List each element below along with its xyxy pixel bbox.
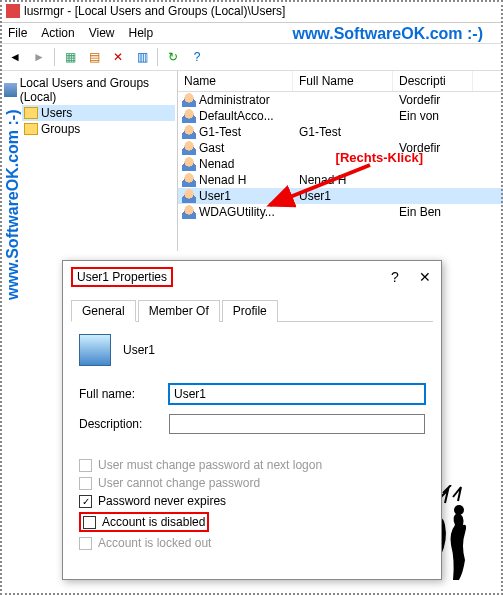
tab-general[interactable]: General (71, 300, 136, 322)
close-icon[interactable]: ✕ (417, 269, 433, 285)
description-label: Description: (79, 417, 169, 431)
menu-help[interactable]: Help (129, 26, 154, 40)
toolbar-btn-2[interactable]: ▤ (83, 47, 105, 67)
user-icon (182, 141, 196, 155)
list-header[interactable]: Name Full Name Descripti (178, 71, 503, 92)
back-button[interactable]: ◄ (4, 47, 26, 67)
toolbar-btn-1[interactable]: ▦ (59, 47, 81, 67)
fullname-row: Full name: (79, 384, 425, 404)
dialog-body: User1 Full name: Description: User must … (63, 322, 441, 566)
user-icon (182, 205, 196, 219)
description-row: Description: (79, 414, 425, 434)
user-icon (182, 93, 196, 107)
watermark-top: www.SoftwareOK.com :-) (292, 25, 483, 43)
main-split: Local Users and Groups (Local) Users Gro… (0, 71, 503, 251)
tabs: General Member Of Profile (71, 299, 433, 322)
chk-cannot-row: User cannot change password (79, 476, 425, 490)
annotation-rechts-klick: [Rechts-Klick] (336, 150, 423, 165)
description-field[interactable] (169, 414, 425, 434)
user-icon (182, 125, 196, 139)
chk-mustchange (79, 459, 92, 472)
col-description[interactable]: Descripti (393, 71, 473, 91)
username-label: User1 (123, 343, 155, 357)
table-row[interactable]: User1User1 (178, 188, 503, 204)
chk-locked-row: Account is locked out (79, 536, 425, 550)
dialog-title: User1 Properties (71, 267, 173, 287)
window-titlebar: lusrmgr - [Local Users and Groups (Local… (0, 0, 503, 23)
window-title: lusrmgr - [Local Users and Groups (Local… (24, 4, 285, 18)
tree-root[interactable]: Local Users and Groups (Local) (2, 75, 175, 105)
folder-icon (24, 107, 38, 119)
table-row[interactable]: DefaultAcco...Ein von (178, 108, 503, 124)
menubar: File Action View Help www.SoftwareOK.com… (0, 23, 503, 44)
help-button[interactable]: ? (186, 47, 208, 67)
user-icon (182, 189, 196, 203)
menu-file[interactable]: File (8, 26, 27, 40)
menu-action[interactable]: Action (41, 26, 74, 40)
user-icon (182, 157, 196, 171)
delete-button[interactable]: ✕ (107, 47, 129, 67)
tree-groups[interactable]: Groups (22, 121, 175, 137)
help-icon[interactable]: ? (387, 269, 403, 285)
app-icon (6, 4, 20, 18)
fullname-field[interactable] (169, 384, 425, 404)
user-icon (79, 334, 111, 366)
user-icon (182, 109, 196, 123)
tab-memberof[interactable]: Member Of (138, 300, 220, 322)
fullname-label: Full name: (79, 387, 169, 401)
tab-profile[interactable]: Profile (222, 300, 278, 322)
table-row[interactable]: WDAGUtility...Ein Ben (178, 204, 503, 220)
table-row[interactable]: Nenad HNenad H (178, 172, 503, 188)
forward-button[interactable]: ► (28, 47, 50, 67)
chk-never-row: Password never expires (79, 494, 425, 508)
svg-point-3 (454, 505, 464, 515)
folder-icon (24, 123, 38, 135)
chk-disabled-row: Account is disabled (79, 512, 425, 532)
col-name[interactable]: Name (178, 71, 293, 91)
refresh-button[interactable]: ↻ (162, 47, 184, 67)
table-row[interactable]: G1-TestG1-Test (178, 124, 503, 140)
user-icon (182, 173, 196, 187)
toolbar: ◄ ► ▦ ▤ ✕ ▥ ↻ ? (0, 44, 503, 71)
col-fullname[interactable]: Full Name (293, 71, 393, 91)
chk-mustchange-row: User must change password at next logon (79, 458, 425, 472)
chk-locked (79, 537, 92, 550)
tree-panel[interactable]: Local Users and Groups (Local) Users Gro… (0, 71, 178, 251)
mmc-icon (4, 83, 17, 97)
chk-cannot (79, 477, 92, 490)
chk-disabled[interactable] (83, 516, 96, 529)
menu-view[interactable]: View (89, 26, 115, 40)
toolbar-btn-3[interactable]: ▥ (131, 47, 153, 67)
table-row[interactable]: AdministratorVordefir (178, 92, 503, 108)
dialog-titlebar[interactable]: User1 Properties ? ✕ (63, 261, 441, 293)
chk-never[interactable] (79, 495, 92, 508)
tree-users[interactable]: Users (22, 105, 175, 121)
properties-dialog: User1 Properties ? ✕ General Member Of P… (62, 260, 442, 580)
